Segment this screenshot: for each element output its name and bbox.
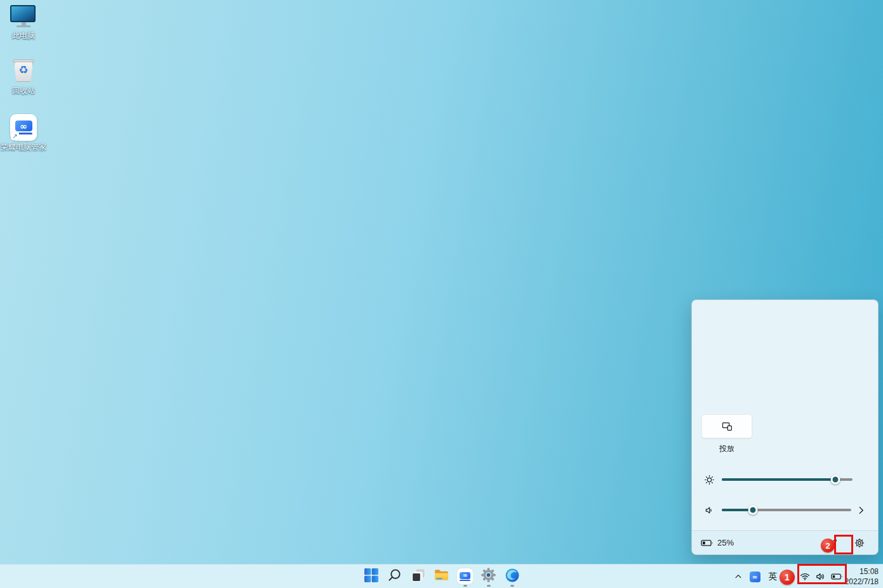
cast-tile-label: 投放 bbox=[719, 443, 734, 454]
desktop-icon-label: 荣耀电脑管家 bbox=[1, 143, 46, 152]
recycle-bin-icon: ♻ bbox=[10, 59, 37, 84]
annotation-rect-tray bbox=[797, 564, 847, 584]
battery-percent-label: 25% bbox=[717, 538, 734, 547]
shortcut-arrow-icon: ↗ bbox=[11, 132, 19, 140]
taskbar-center: ∞ bbox=[363, 565, 521, 588]
tray-time: 15:08 bbox=[845, 566, 879, 577]
edge-taskbar-button[interactable] bbox=[504, 566, 521, 587]
settings-gear-icon bbox=[481, 567, 496, 585]
honor-pc-manager-taskbar-button[interactable]: ∞ bbox=[457, 566, 474, 587]
ime-indicator[interactable]: 英 bbox=[765, 565, 780, 588]
file-explorer-button[interactable] bbox=[434, 566, 450, 587]
volume-output-chevron-icon[interactable] bbox=[853, 506, 869, 514]
desktop-icon-this-pc[interactable]: 此电脑 bbox=[0, 5, 47, 40]
taskbar: ∞ bbox=[0, 564, 883, 588]
desktop-icon-label: 回收站 bbox=[12, 87, 35, 95]
task-view-button[interactable] bbox=[410, 566, 427, 587]
brightness-row bbox=[701, 471, 853, 488]
honor-tray-button[interactable]: ∞ bbox=[747, 565, 762, 588]
annotation-badge-2: 2 bbox=[821, 539, 835, 552]
brightness-sun-icon bbox=[701, 474, 717, 485]
clock[interactable]: 15:08 2022/7/18 bbox=[845, 566, 879, 587]
chevron-up-icon bbox=[734, 572, 743, 581]
quick-settings-panel: 荣耀X20 SE 未连接 飞行模式 bbox=[691, 299, 879, 555]
cast-icon bbox=[722, 422, 733, 431]
annotation-rect-edit-button bbox=[834, 535, 853, 554]
volume-speaker-icon bbox=[701, 506, 717, 515]
battery-icon bbox=[701, 539, 714, 547]
windows-start-icon bbox=[364, 568, 379, 585]
tray-date: 2022/7/18 bbox=[845, 577, 879, 587]
volume-row bbox=[701, 501, 869, 519]
desktop: 此电脑 ♻ 回收站 ∞ ↗ 荣耀电脑管家 bbox=[0, 0, 883, 588]
volume-slider[interactable] bbox=[722, 509, 851, 511]
running-indicator bbox=[487, 585, 491, 587]
honor-tray-icon: ∞ bbox=[750, 572, 760, 582]
search-button[interactable] bbox=[387, 566, 403, 587]
honor-pc-manager-icon: ∞ ↗ bbox=[10, 114, 37, 141]
task-view-icon bbox=[411, 568, 426, 585]
edge-icon bbox=[505, 568, 520, 585]
annotation-badge-1: 1 bbox=[780, 570, 795, 585]
running-indicator bbox=[463, 585, 467, 587]
desktop-icon-recycle-bin[interactable]: ♻ 回收站 bbox=[0, 59, 47, 95]
desktop-icon-honor-pc-manager[interactable]: ∞ ↗ 荣耀电脑管家 bbox=[0, 114, 47, 152]
battery-status[interactable]: 25% bbox=[701, 538, 734, 547]
desktop-icon-label: 此电脑 bbox=[12, 32, 35, 40]
search-icon bbox=[387, 568, 402, 585]
folder-icon bbox=[434, 567, 449, 585]
brightness-slider[interactable] bbox=[722, 478, 853, 481]
running-indicator bbox=[510, 585, 514, 587]
gear-icon bbox=[854, 538, 865, 548]
cast-tile[interactable] bbox=[701, 414, 752, 438]
brightness-slider-thumb[interactable] bbox=[831, 475, 840, 485]
settings-taskbar-button[interactable] bbox=[481, 566, 497, 587]
volume-slider-thumb[interactable] bbox=[748, 506, 757, 515]
honor-pc-manager-icon: ∞ bbox=[457, 568, 473, 584]
this-pc-icon bbox=[10, 5, 37, 29]
start-button[interactable] bbox=[363, 566, 380, 587]
hidden-icons-button[interactable] bbox=[731, 565, 746, 588]
